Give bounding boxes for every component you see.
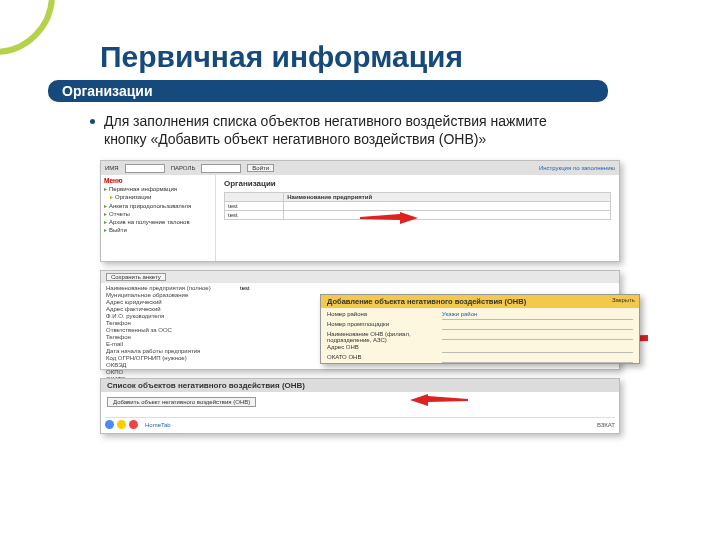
dialog-label: Наименование ОНВ (филиал, подразделение,… (327, 331, 437, 343)
table-row: test (225, 202, 611, 211)
menu-item[interactable]: Анкета природопользователя (104, 202, 212, 210)
form-label: Код ОГРН/ОГРНИП (нужное) (106, 355, 236, 361)
taskbar-right: ВЗКАТ (597, 422, 615, 428)
menu-item[interactable]: Архив на получение талонов (104, 218, 212, 226)
save-button[interactable]: Сохранить анкету (106, 273, 166, 281)
form-label: Телефон (106, 334, 236, 340)
col-head (225, 193, 284, 202)
screenshot-app-window: ИМЯ ПАРОЛЬ Войти Инструкция по заполнени… (100, 160, 620, 262)
form-label: Дата начала работы предприятия (106, 348, 236, 354)
menu-item[interactable]: Организации (110, 193, 212, 201)
dialog-label: ОКАТО ОНВ (327, 354, 437, 363)
dialog-title: Добавление объекта негативного воздейств… (321, 295, 639, 308)
list-title: Список объектов негативного воздействия … (101, 379, 619, 392)
dialog-input[interactable] (442, 354, 633, 363)
menu-item[interactable]: Выйти (104, 226, 212, 234)
password-label: ПАРОЛЬ (171, 165, 196, 171)
screenshot-list-panel: Список объектов негативного воздействия … (100, 378, 620, 434)
login-bar: ИМЯ ПАРОЛЬ Войти Инструкция по заполнени… (101, 161, 619, 175)
menu-header: Меню (104, 177, 212, 184)
username-input[interactable] (125, 164, 165, 173)
username-label: ИМЯ (105, 165, 119, 171)
form-label: E-mail (106, 341, 236, 347)
login-button[interactable]: Войти (247, 164, 274, 172)
form-label: Телефон (106, 320, 236, 326)
dialog-input[interactable] (442, 331, 633, 340)
dialog-input[interactable]: Укажи район (442, 311, 633, 320)
svg-marker-0 (360, 212, 418, 224)
password-input[interactable] (201, 164, 241, 173)
org-heading: Организации (224, 179, 611, 188)
svg-marker-1 (410, 394, 468, 406)
browser-icon (117, 420, 126, 429)
form-value[interactable] (240, 369, 614, 375)
menu-item[interactable]: Отчеты (104, 210, 212, 218)
form-label: Адрес фактический (106, 306, 236, 312)
login-hint[interactable]: Инструкция по заполнению (539, 165, 615, 171)
slide-content: Первичная информация Организации Для зап… (0, 0, 720, 480)
form-label: Муниципальное образование (106, 292, 236, 298)
dialog-label: Номер промплощадки (327, 321, 437, 330)
form-label: Наименование предприятия (полное) (106, 285, 236, 291)
taskbar-label: HomeTab (145, 422, 171, 428)
body-text: Для заполнения списка объектов негативно… (90, 112, 580, 148)
dialog-label: Номер района (327, 311, 437, 320)
col-head: Наименование предприятий (284, 193, 611, 202)
dialog-close[interactable]: Закрыть (612, 297, 635, 303)
screenshot-dialog: Добавление объекта негативного воздейств… (320, 294, 640, 364)
form-label: ОКПО (106, 369, 236, 375)
section-bar: Организации (48, 80, 608, 102)
dialog-input[interactable] (442, 344, 633, 353)
dialog-input[interactable] (442, 321, 633, 330)
browser-icon (129, 420, 138, 429)
page-title: Первичная информация (100, 40, 660, 74)
form-value[interactable]: test (240, 285, 614, 291)
form-label: Ответственный за ООС (106, 327, 236, 333)
add-onv-button[interactable]: Добавить объект негативного воздействия … (107, 397, 256, 407)
form-label: Адрес юридический (106, 299, 236, 305)
form-label: ОКВЭД (106, 362, 236, 368)
menu-item[interactable]: Первичная информация (104, 185, 212, 193)
screenshot-group: ИМЯ ПАРОЛЬ Войти Инструкция по заполнени… (100, 160, 620, 460)
taskbar: HomeTab ВЗКАТ (105, 417, 615, 431)
sidebar: Меню Первичная информация Организации Ан… (101, 175, 216, 261)
browser-icon (105, 420, 114, 429)
dialog-label: Адрес ОНВ (327, 344, 437, 353)
form-label: Ф.И.О. руководителя (106, 313, 236, 319)
